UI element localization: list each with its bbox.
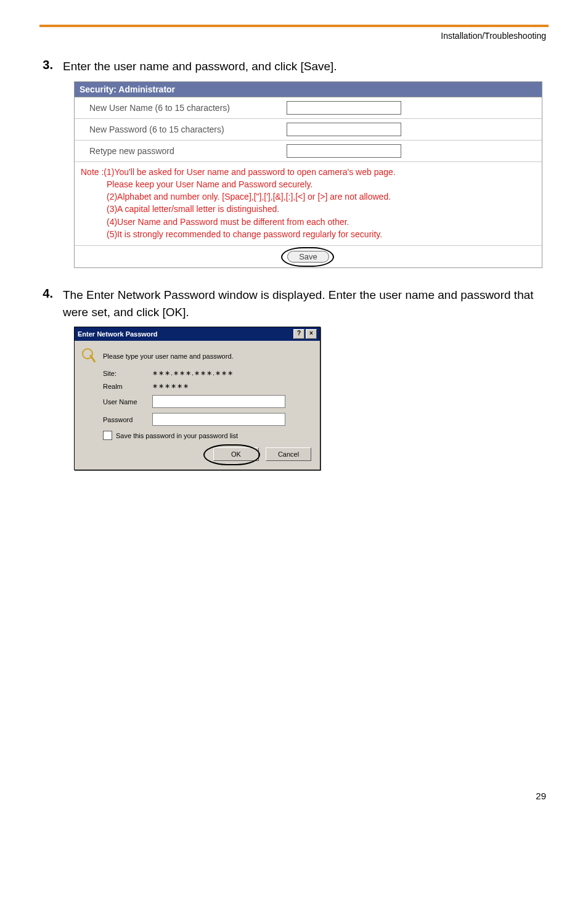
step-3-text: Enter the user name and password, and cl…	[63, 58, 337, 75]
security-note: Note :(1)You'll be asked for User name a…	[75, 162, 542, 247]
security-footer: Save	[75, 246, 542, 267]
new-username-input[interactable]	[287, 101, 401, 115]
username-row: User Name	[82, 395, 312, 408]
cancel-button[interactable]: Cancel	[266, 447, 311, 461]
site-row: Site: ∗∗∗.∗∗∗.∗∗∗.∗∗∗	[82, 369, 312, 377]
site-value: ∗∗∗.∗∗∗.∗∗∗.∗∗∗	[152, 369, 234, 377]
new-password-label: New Password (6 to 15 characters)	[89, 124, 287, 134]
key-icon	[82, 348, 103, 364]
dialog-button-row: OK Cancel	[82, 447, 312, 462]
password-label: Password	[103, 416, 152, 423]
retype-password-label: Retype new password	[89, 146, 287, 156]
row-retype-password: Retype new password	[75, 141, 542, 162]
dialog-help-button[interactable]: ?	[293, 329, 304, 339]
dialog-prompt: Please type your user name and password.	[103, 353, 234, 360]
row-new-username: New User Name (6 to 15 characters)	[75, 97, 542, 119]
note-1: (1)You'll be asked for User name and pas…	[104, 167, 395, 177]
dialog-titlebar: Enter Network Password ? ×	[75, 327, 320, 341]
step-3-number: 3.	[39, 58, 53, 72]
dialog-title-text: Enter Network Password	[78, 330, 158, 338]
site-label: Site:	[103, 370, 152, 377]
security-panel-title: Security: Administrator	[75, 82, 542, 97]
retype-password-input[interactable]	[287, 144, 401, 158]
step-4: 4. The Enter Network Password window is …	[39, 287, 549, 320]
save-password-row: Save this password in your password list	[82, 431, 312, 440]
username-label: User Name	[103, 398, 152, 406]
step-3: 3. Enter the user name and password, and…	[39, 58, 549, 75]
save-password-label: Save this password in your password list	[116, 432, 238, 439]
header-section: Installation/Troubleshooting	[39, 31, 549, 41]
dialog-body: Please type your user name and password.…	[75, 341, 320, 470]
step-4-number: 4.	[39, 287, 53, 301]
save-password-checkbox[interactable]	[103, 431, 112, 440]
enter-network-password-dialog: Enter Network Password ? × Please type y…	[74, 327, 321, 470]
password-input[interactable]	[152, 413, 285, 426]
save-button[interactable]: Save	[287, 251, 329, 263]
realm-row: Realm ∗∗∗∗∗∗	[82, 382, 312, 390]
new-username-label: New User Name (6 to 15 characters)	[89, 103, 287, 113]
password-row: Password	[82, 413, 312, 426]
new-password-input[interactable]	[287, 123, 401, 136]
username-input[interactable]	[152, 395, 285, 408]
note-prefix: Note :	[81, 167, 104, 177]
note-3: (3)A capital letter/small letter is dist…	[81, 203, 536, 215]
realm-value: ∗∗∗∗∗∗	[152, 382, 189, 390]
accent-rule	[39, 25, 549, 27]
dialog-close-button[interactable]: ×	[306, 329, 317, 339]
note-2: (2)Alphabet and number only. [Space],["]…	[81, 190, 536, 203]
ok-button[interactable]: OK	[213, 447, 259, 461]
step-4-text: The Enter Network Password window is dis…	[63, 287, 549, 320]
note-1b: Please keep your User Name and Password …	[81, 178, 536, 190]
note-5: (5)It is strongly recommended to change …	[81, 228, 536, 240]
row-new-password: New Password (6 to 15 characters)	[75, 119, 542, 141]
security-admin-panel: Security: Administrator New User Name (6…	[74, 81, 542, 269]
note-4: (4)User Name and Password must be differ…	[81, 216, 536, 228]
dialog-prompt-row: Please type your user name and password.	[82, 348, 312, 364]
page-number: 29	[39, 791, 549, 801]
realm-label: Realm	[103, 383, 152, 390]
